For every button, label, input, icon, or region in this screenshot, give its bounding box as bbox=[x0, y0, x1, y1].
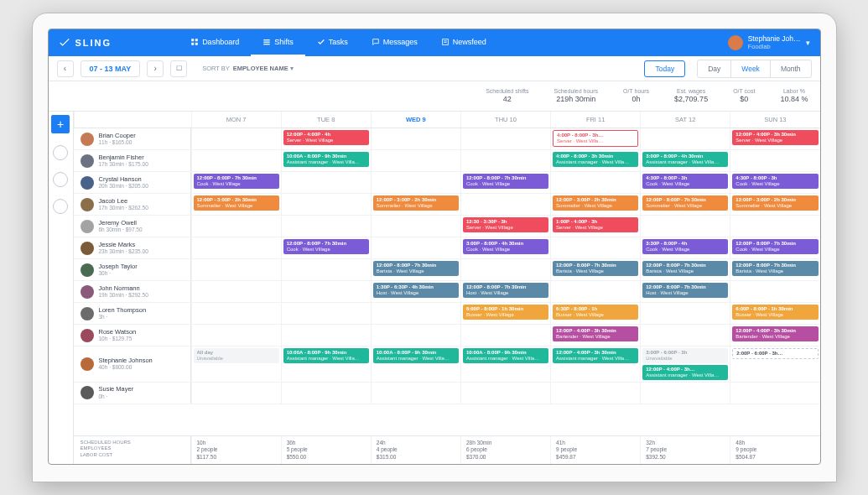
day-cell[interactable] bbox=[460, 383, 550, 404]
day-cell[interactable]: 10:00A - 8:00P · 9h 30minAssistant manag… bbox=[460, 346, 550, 382]
day-cell[interactable] bbox=[730, 150, 819, 171]
day-cell[interactable] bbox=[281, 172, 371, 193]
shift-block[interactable]: 10:00A - 8:00P · 9h 30minAssistant manag… bbox=[283, 152, 369, 167]
shift-block[interactable]: 12:00P - 4:00P · 3h 30minServer · West V… bbox=[732, 130, 818, 145]
day-cell[interactable]: 4:30P - 8:00P · 3hCook · West Village bbox=[730, 172, 819, 193]
day-cell[interactable] bbox=[191, 325, 281, 346]
shift-block[interactable]: 2:00P - 6:00P · 3h… bbox=[732, 348, 818, 359]
shift-block[interactable]: 12:00P - 8:00P · 7h 30minBarista · West … bbox=[642, 261, 728, 276]
employee-cell[interactable]: Jacob Lee17h 30min · $262.50 bbox=[74, 194, 191, 215]
shift-block[interactable]: 12:00P - 3:00P · 2h 30minSommelier · Wes… bbox=[194, 195, 279, 211]
day-cell[interactable] bbox=[371, 216, 460, 237]
shift-block[interactable]: 10:00A - 8:00P · 9h 30minAssistant manag… bbox=[373, 348, 459, 363]
shift-block[interactable]: 3:00P - 8:00P · 4h 30minAssistant manage… bbox=[642, 152, 728, 167]
day-cell[interactable]: 12:00P - 8:00P · 7h 30minHost · West Vil… bbox=[640, 281, 730, 302]
user-menu[interactable]: Stephanie Joh… Foodlab ▾ bbox=[728, 35, 810, 50]
shift-block[interactable]: 12:30 - 3:30P · 3hServer · West Village bbox=[463, 217, 548, 232]
shift-block[interactable]: 4:00P - 8:00P · 3h…Server · West Villa… bbox=[553, 130, 638, 147]
day-cell[interactable]: 12:00P - 4:00P · 3h 30minServer · West V… bbox=[730, 128, 819, 149]
shift-block[interactable]: 3:30P - 8:00P · 4hCook · West Village bbox=[642, 239, 728, 254]
side-filter-icon[interactable] bbox=[53, 199, 68, 214]
day-cell[interactable] bbox=[191, 216, 281, 237]
day-cell[interactable]: All dayUnavailable bbox=[191, 346, 281, 382]
day-cell[interactable]: 12:00P - 3:00P · 2h 30minSommelier · Wes… bbox=[730, 194, 819, 215]
day-cell[interactable] bbox=[191, 303, 281, 324]
day-cell[interactable] bbox=[640, 303, 730, 324]
day-cell[interactable] bbox=[191, 128, 281, 149]
shift-block[interactable]: 10:00A - 8:00P · 9h 30minAssistant manag… bbox=[463, 348, 548, 363]
day-cell[interactable] bbox=[460, 325, 550, 346]
day-cell[interactable] bbox=[640, 128, 730, 149]
employee-cell[interactable]: Crystal Hanson20h 30min · $205.00 bbox=[74, 172, 191, 193]
day-cell[interactable] bbox=[550, 172, 640, 193]
day-cell[interactable]: 12:00P - 8:00P · 7h 30minCook · West Vil… bbox=[191, 172, 281, 193]
shift-block[interactable]: 12:00P - 4:00P · 3h 30minBartender · Wes… bbox=[732, 326, 818, 341]
shift-block[interactable]: 12:00P - 8:00P · 7h 30minBarista · West … bbox=[732, 261, 818, 276]
nav-messages[interactable]: Messages bbox=[360, 29, 429, 56]
day-cell[interactable] bbox=[191, 281, 281, 302]
side-location-icon[interactable] bbox=[53, 145, 68, 160]
day-cell[interactable] bbox=[640, 383, 730, 404]
employee-cell[interactable]: Joseph Taylor30h · bbox=[74, 259, 191, 280]
shift-block[interactable]: 6:00P - 8:00P · 1h 30minBusser · West Vi… bbox=[463, 305, 548, 320]
day-cell[interactable] bbox=[730, 281, 819, 302]
day-cell[interactable]: 12:00P - 4:00P · 3h 30minBartender · Wes… bbox=[730, 325, 819, 346]
day-cell[interactable] bbox=[460, 150, 550, 171]
sort-by[interactable]: SORT BY EMPLOYEE NAME ▾ bbox=[202, 65, 294, 72]
employee-cell[interactable]: Benjamin Fisher17h 30min · $175.00 bbox=[74, 150, 191, 171]
day-cell[interactable]: 12:00P - 8:00P · 7h 30minCook · West Vil… bbox=[460, 172, 550, 193]
day-cell[interactable] bbox=[281, 303, 371, 324]
day-cell[interactable] bbox=[371, 172, 460, 193]
shift-block[interactable]: 6:00P - 8:00P · 1h 30minBusser · West Vi… bbox=[732, 305, 818, 320]
day-cell[interactable]: 12:30 - 3:30P · 3hServer · West Village bbox=[460, 216, 550, 237]
view-day[interactable]: Day bbox=[698, 60, 730, 77]
day-cell[interactable] bbox=[281, 216, 371, 237]
view-week[interactable]: Week bbox=[730, 60, 770, 77]
day-cell[interactable]: 6:00P - 8:00P · 1h 30minBusser · West Vi… bbox=[730, 303, 819, 324]
shift-block[interactable]: 12:00P - 4:00P · 3h 30minBartender · Wes… bbox=[553, 326, 638, 341]
day-cell[interactable]: 12:00P - 8:00P · 7h 30minCook · West Vil… bbox=[730, 237, 819, 258]
day-cell[interactable]: 2:00P - 6:00P · 3h… bbox=[730, 346, 819, 382]
day-cell[interactable]: 12:00P - 3:00P · 2h 30minSommelier · Wes… bbox=[371, 194, 460, 215]
day-cell[interactable]: 1:30P - 6:30P · 4h 30minHost · West Vill… bbox=[371, 281, 460, 302]
employee-cell[interactable]: Jessie Marks23h 30min · $235.00 bbox=[74, 237, 191, 258]
day-cell[interactable]: 6:30P - 8:00P · 1hBusser · West Village bbox=[550, 303, 640, 324]
calendar-button[interactable]: ☐ bbox=[170, 60, 187, 77]
day-cell[interactable] bbox=[371, 383, 460, 404]
day-cell[interactable]: 4:30P - 8:00P · 3hCook · West Village bbox=[640, 172, 730, 193]
day-cell[interactable] bbox=[191, 237, 281, 258]
day-cell[interactable] bbox=[191, 150, 281, 171]
shift-block[interactable]: 12:00P - 8:00P · 7h 30minCook · West Vil… bbox=[732, 239, 818, 254]
employee-cell[interactable]: John Normann19h 30min · $292.50 bbox=[74, 281, 191, 302]
day-cell[interactable] bbox=[191, 259, 281, 280]
shift-block[interactable]: 12:00P - 4:00P · 3h…Assistant manager · … bbox=[642, 365, 728, 380]
shift-block[interactable]: 1:00P - 4:00P · 3hServer · West Village bbox=[553, 217, 638, 232]
shift-block[interactable]: 3:00P - 8:00P · 4h 30minCook · West Vill… bbox=[463, 239, 548, 254]
employee-cell[interactable]: Jeremy Owell6h 30min · $97.50 bbox=[74, 216, 191, 237]
day-cell[interactable] bbox=[191, 383, 281, 404]
day-cell[interactable]: 12:00P - 8:00P · 7h 30minCook · West Vil… bbox=[281, 237, 371, 258]
day-cell[interactable]: 12:00P - 4:00P · 3h 30minBartender · Wes… bbox=[550, 325, 640, 346]
day-cell[interactable]: 10:00A - 8:00P · 9h 30minAssistant manag… bbox=[281, 150, 371, 171]
shift-block[interactable]: 12:00P - 4:00P · 4hServer · West Village bbox=[283, 130, 369, 145]
next-week-button[interactable]: › bbox=[147, 60, 164, 77]
shift-block[interactable]: 12:00P - 4:00P · 3h 30minAssistant manag… bbox=[553, 348, 638, 363]
shift-block[interactable]: 12:00P - 8:00P · 7h 30minHost · West Vil… bbox=[642, 283, 728, 298]
day-cell[interactable] bbox=[550, 281, 640, 302]
day-cell[interactable] bbox=[371, 150, 460, 171]
shift-block[interactable]: 12:00P - 8:00P · 7h 30minBarista · West … bbox=[373, 261, 459, 276]
add-shift-button[interactable]: + bbox=[51, 115, 70, 133]
employee-cell[interactable]: Stephanie Johnson40h · $800.00 bbox=[74, 346, 191, 382]
day-cell[interactable]: 10:00A - 8:00P · 9h 30minAssistant manag… bbox=[371, 346, 460, 382]
day-cell[interactable]: 12:00P - 8:00P · 7h 30minBarista · West … bbox=[550, 259, 640, 280]
day-cell[interactable]: 12:00P - 3:00P · 2h 30minSommelier · Wes… bbox=[550, 194, 640, 215]
day-cell[interactable]: 3:30P - 8:00P · 4hCook · West Village bbox=[640, 237, 730, 258]
day-cell[interactable]: 4:00P - 8:00P · 3h…Server · West Villa… bbox=[550, 128, 640, 149]
shift-block[interactable]: 12:00P - 8:00P · 7h 30minCook · West Vil… bbox=[283, 239, 369, 254]
shift-block[interactable]: 12:00P - 8:00P · 7h 30minHost · West Vil… bbox=[463, 283, 548, 298]
shift-block[interactable]: 6:30P - 8:00P · 1hBusser · West Village bbox=[553, 305, 638, 320]
shift-block[interactable]: 4:30P - 8:00P · 3hCook · West Village bbox=[732, 174, 818, 189]
day-cell[interactable]: 3:00P - 8:00P · 4h 30minAssistant manage… bbox=[640, 150, 730, 171]
shift-block[interactable]: 12:00P - 8:00P · 7h 30minCook · West Vil… bbox=[194, 174, 279, 189]
day-cell[interactable] bbox=[640, 216, 730, 237]
